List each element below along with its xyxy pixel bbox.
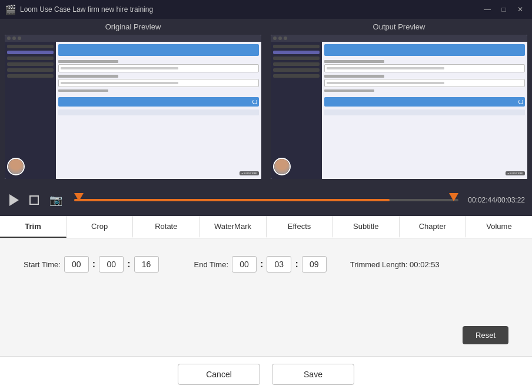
tab-volume[interactable]: Volume [466, 216, 532, 238]
original-preview-screen: ● SUBSCRIBE [5, 35, 261, 179]
tab-effects[interactable]: Effects [267, 216, 333, 238]
camera-icon: 📷 [49, 194, 62, 207]
reset-button[interactable]: Reset [463, 326, 508, 344]
start-second-input[interactable] [134, 256, 159, 273]
tab-chapter[interactable]: Chapter [400, 216, 466, 238]
start-minute-input[interactable] [99, 256, 124, 273]
start-time-group: Start Time: : : [24, 256, 159, 273]
preview-area: Original Preview [0, 19, 532, 184]
minimize-button[interactable]: — [481, 4, 493, 15]
end-minute-input[interactable] [267, 256, 291, 273]
stop-icon [29, 195, 39, 205]
play-icon [9, 194, 19, 206]
save-button[interactable]: Save [272, 364, 354, 385]
output-badge: ● SUBSCRIBE [506, 171, 525, 175]
tab-subtitle[interactable]: Subtitle [333, 216, 400, 238]
screenshot-button[interactable]: 📷 [47, 191, 65, 209]
original-preview-label: Original Preview [0, 19, 266, 35]
tab-watermark[interactable]: WaterMark [200, 216, 266, 238]
trim-panel: Start Time: : : End Time: : : Trimmed Le… [0, 238, 532, 356]
tab-trim[interactable]: Trim [0, 216, 66, 238]
tabs-row: Trim Crop Rotate WaterMark Effects Subti… [0, 216, 532, 238]
screen-topbar-orig [5, 35, 261, 42]
output-preview-panel: Output Preview [266, 19, 532, 184]
bottom-panel: Trim Crop Rotate WaterMark Effects Subti… [0, 216, 532, 392]
window-title: Loom Use Case Law firm new hire training [20, 5, 481, 14]
controls-bar: 📷 00:02:44/00:03:22 [0, 184, 532, 216]
stop-button[interactable] [27, 193, 41, 207]
output-avatar [273, 158, 291, 175]
maximize-button[interactable]: □ [498, 4, 510, 15]
window-controls: — □ ✕ [481, 4, 526, 15]
trimmed-length-label: Trimmed Length: 00:02:53 [350, 260, 440, 269]
close-button[interactable]: ✕ [514, 4, 526, 15]
app-icon: 🎬 [6, 5, 15, 14]
end-time-group: End Time: : : [194, 256, 327, 273]
time-display: 00:02:44/00:03:22 [468, 196, 525, 204]
screen-topbar-out [271, 35, 527, 42]
start-time-label: Start Time: [24, 260, 61, 269]
timeline[interactable] [74, 198, 458, 202]
play-button[interactable] [7, 192, 21, 208]
original-badge: ● SUBSCRIBE [240, 171, 259, 175]
tab-crop[interactable]: Crop [66, 216, 133, 238]
cancel-button[interactable]: Cancel [178, 364, 260, 385]
original-avatar [7, 158, 25, 175]
time-row: Start Time: : : End Time: : : Trimmed Le… [24, 256, 508, 273]
main-content: Original Preview [0, 19, 532, 216]
title-bar: 🎬 Loom Use Case Law firm new hire traini… [0, 0, 532, 19]
timeline-track [74, 199, 458, 201]
dialog-footer: Cancel Save [0, 356, 532, 392]
reset-row: Reset [24, 320, 508, 344]
start-colon-2: : [127, 259, 130, 270]
end-time-label: End Time: [194, 260, 229, 269]
screen-body-out [271, 42, 527, 179]
start-colon-1: : [92, 259, 95, 270]
tab-rotate[interactable]: Rotate [133, 216, 200, 238]
screen-body-orig [5, 42, 261, 179]
original-preview-panel: Original Preview [0, 19, 266, 184]
output-preview-label: Output Preview [266, 19, 532, 35]
output-preview-screen: ● SUBSCRIBE [271, 35, 527, 179]
timeline-progress [74, 199, 390, 201]
end-second-input[interactable] [302, 256, 327, 273]
start-hour-input[interactable] [64, 256, 89, 273]
end-hour-input[interactable] [232, 256, 257, 273]
end-colon-2: : [295, 259, 298, 270]
end-colon-1: : [260, 259, 263, 270]
timeline-thumb-right[interactable] [449, 193, 458, 201]
